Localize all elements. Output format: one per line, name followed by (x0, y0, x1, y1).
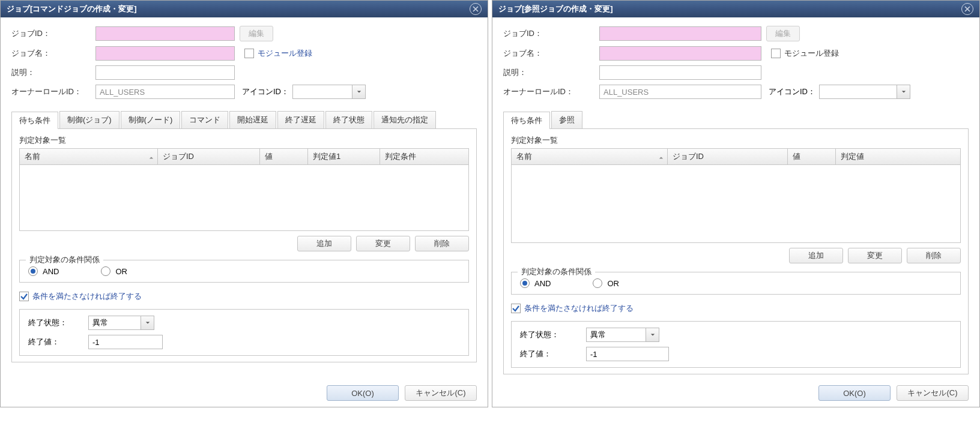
group-legend: 判定対象の条件関係 (26, 254, 103, 265)
criteria-table: 名前 ジョブID 値 判定値1 判定条件 (19, 148, 469, 231)
group-legend: 判定対象の条件関係 (518, 266, 595, 277)
change-button[interactable]: 変更 (356, 236, 410, 251)
end-settings: 終了状態： 終了値： (19, 309, 469, 356)
end-value-input[interactable] (586, 347, 669, 361)
sort-asc-icon (149, 153, 154, 162)
end-value-input[interactable] (88, 335, 163, 349)
job-id-input[interactable] (599, 26, 761, 41)
icon-id-input[interactable] (292, 85, 352, 99)
tab-start-delay[interactable]: 開始遅延 (229, 111, 276, 128)
chevron-down-icon[interactable] (646, 328, 659, 342)
chevron-down-icon[interactable] (141, 316, 154, 330)
condition-relation-group: 判定対象の条件関係 AND OR (511, 272, 961, 295)
tab-ctrl-job[interactable]: 制御(ジョブ) (59, 111, 119, 128)
chevron-down-icon[interactable] (897, 85, 910, 99)
end-value-label: 終了値： (28, 337, 88, 347)
col-value[interactable]: 値 (788, 149, 836, 164)
col-name[interactable]: 名前 (512, 149, 668, 164)
chevron-down-icon[interactable] (352, 85, 366, 99)
radio-and[interactable] (520, 278, 530, 288)
delete-button[interactable]: 削除 (907, 248, 961, 263)
add-button[interactable]: 追加 (297, 236, 351, 251)
ok-button[interactable]: OK(O) (818, 385, 891, 401)
icon-id-input[interactable] (819, 85, 897, 99)
table-body[interactable] (20, 164, 468, 230)
radio-or[interactable] (593, 278, 602, 288)
radio-and-label: AND (43, 267, 59, 276)
col-name[interactable]: 名前 (20, 149, 158, 164)
radio-or-label: OR (607, 279, 619, 288)
label-owner-role: オーナーロールID： (503, 86, 599, 97)
label-desc: 説明： (503, 67, 599, 78)
label-icon-id: アイコンID： (769, 86, 815, 97)
module-reg-checkbox[interactable] (244, 49, 254, 58)
label-job-id: ジョブID： (11, 28, 95, 39)
end-state-combo[interactable] (88, 316, 154, 330)
tab-command[interactable]: コマンド (181, 111, 228, 128)
label-icon-id: アイコンID： (242, 86, 289, 97)
module-reg-checkbox[interactable] (771, 49, 781, 58)
radio-or-label: OR (115, 267, 127, 276)
cancel-button[interactable]: キャンセル(C) (405, 385, 477, 401)
desc-input[interactable] (599, 65, 761, 80)
dialog-title: ジョブ[参照ジョブの作成・変更] (498, 4, 613, 14)
tab-ctrl-node[interactable]: 制御(ノード) (121, 111, 181, 128)
edit-button[interactable]: 編集 (240, 26, 273, 41)
table-title: 判定対象一覧 (19, 135, 469, 146)
owner-role-input[interactable] (95, 85, 235, 99)
add-button[interactable]: 追加 (789, 248, 843, 263)
change-button[interactable]: 変更 (848, 248, 902, 263)
job-name-input[interactable] (599, 46, 761, 61)
delete-button[interactable]: 削除 (415, 236, 469, 251)
job-name-input[interactable] (95, 46, 235, 61)
tab-bar: 待ち条件 制御(ジョブ) 制御(ノード) コマンド 開始遅延 終了遅延 終了状態… (11, 111, 477, 129)
col-judge1[interactable]: 判定値1 (308, 149, 380, 164)
end-state-label: 終了状態： (28, 317, 88, 328)
owner-role-input[interactable] (599, 85, 761, 99)
edit-button[interactable]: 編集 (766, 26, 800, 41)
desc-input[interactable] (95, 65, 235, 80)
label-desc: 説明： (11, 67, 95, 78)
dialog-reference-job: ジョブ[参照ジョブの作成・変更] ジョブID： 編集 ジョブ名： モジュール登録… (492, 0, 980, 407)
close-icon[interactable] (470, 3, 482, 15)
end-if-unmet-checkbox[interactable] (19, 292, 29, 301)
tab-wait-cond[interactable]: 待ち条件 (503, 112, 550, 129)
end-state-value[interactable] (586, 328, 646, 342)
close-icon[interactable] (961, 3, 973, 15)
titlebar: ジョブ[参照ジョブの作成・変更] (492, 1, 979, 17)
end-state-label: 終了状態： (520, 329, 586, 340)
col-value[interactable]: 値 (260, 149, 308, 164)
tab-notify[interactable]: 通知先の指定 (374, 111, 436, 128)
label-owner-role: オーナーロールID： (11, 86, 95, 97)
col-judge[interactable]: 判定値 (836, 149, 960, 164)
job-id-input[interactable] (95, 26, 235, 41)
end-state-combo[interactable] (586, 328, 659, 342)
end-if-unmet-label: 条件を満たさなければ終了する (524, 303, 634, 314)
tab-end-delay[interactable]: 終了遅延 (277, 111, 324, 128)
icon-id-combo[interactable] (819, 85, 910, 99)
sort-asc-icon (659, 153, 664, 162)
condition-relation-group: 判定対象の条件関係 AND OR (19, 260, 469, 283)
end-if-unmet-label: 条件を満たさなければ終了する (32, 291, 142, 302)
table-title: 判定対象一覧 (511, 135, 961, 146)
dialog-title: ジョブ[コマンドジョブの作成・変更] (7, 4, 137, 14)
ok-button[interactable]: OK(O) (327, 385, 399, 401)
criteria-table: 名前 ジョブID 値 判定値 (511, 148, 961, 243)
titlebar: ジョブ[コマンドジョブの作成・変更] (1, 1, 488, 17)
col-job-id[interactable]: ジョブID (158, 149, 260, 164)
tab-end-state[interactable]: 終了状態 (325, 111, 372, 128)
icon-id-combo[interactable] (292, 85, 366, 99)
radio-and[interactable] (28, 266, 38, 276)
end-if-unmet-checkbox[interactable] (511, 304, 521, 313)
cancel-button[interactable]: キャンセル(C) (897, 385, 969, 401)
table-body[interactable] (512, 164, 960, 242)
col-job-id[interactable]: ジョブID (668, 149, 788, 164)
radio-and-label: AND (534, 279, 551, 288)
tab-reference[interactable]: 参照 (551, 111, 582, 128)
radio-or[interactable] (101, 266, 110, 276)
col-judge-cond[interactable]: 判定条件 (380, 149, 468, 164)
tab-wait-cond[interactable]: 待ち条件 (11, 112, 58, 129)
end-state-value[interactable] (88, 316, 141, 330)
tab-bar: 待ち条件 参照 (503, 111, 969, 129)
dialog-command-job: ジョブ[コマンドジョブの作成・変更] ジョブID： 編集 ジョブ名： モジュール… (0, 0, 488, 407)
